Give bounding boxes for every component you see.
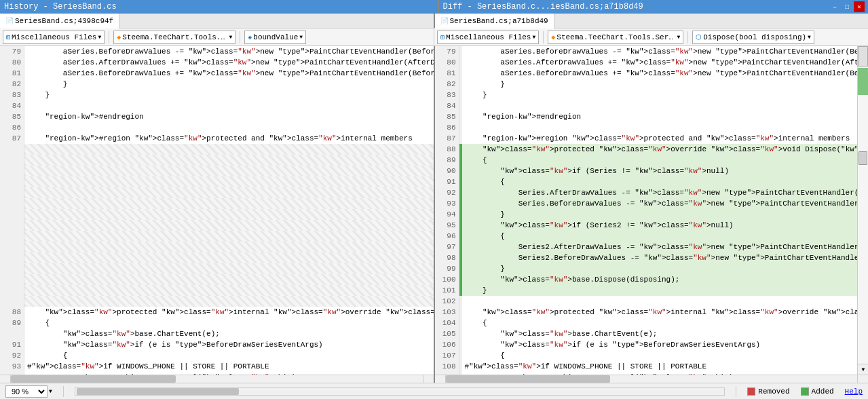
right-files-dropdown[interactable]: ⊞ Miscellaneous Files ▼	[437, 31, 539, 44]
right-method-dropdown[interactable]: ◆ Steema.TeeChart.Tools.SeriesBandTo... …	[548, 31, 683, 44]
right-hscroll[interactable]	[435, 375, 869, 383]
right-code-line: "region-kw">#region "kw">class="kw">prot…	[462, 133, 858, 144]
right-code-line: aSeries.BeforeDrawValues -= "kw">class="…	[462, 46, 858, 57]
zoom-select[interactable]: 90 % 100 %	[5, 385, 48, 398]
help-link[interactable]: Help	[845, 387, 863, 396]
left-files-dropdown[interactable]: ⊞ Miscellaneous Files ▼	[3, 31, 105, 44]
right-code-line: "kw">class="kw">protected "kw">class="kw…	[462, 307, 858, 318]
zoom-arrow: ▼	[49, 388, 52, 394]
right-code-line: {	[462, 176, 858, 187]
left-code-line: aSeries.BeforeDrawValues -= "kw">class="…	[24, 46, 434, 57]
right-tab[interactable]: 📄 SeriesBand.cs;a71b8d49	[435, 14, 554, 28]
minimize-button[interactable]: –	[829, 1, 840, 12]
left-code-line: }	[24, 79, 434, 90]
right-code-line: Series.BeforeDrawValues -= "kw">class="k…	[462, 198, 858, 209]
right-pane: 7980818283848586878889909192939495969798…	[435, 46, 869, 383]
left-hscroll[interactable]	[0, 375, 434, 383]
right-code-line: #"kw">class="kw">if WINDOWS_PHONE || STO…	[462, 361, 858, 372]
left-tab[interactable]: 📄 SeriesBand.cs;4398c94f	[0, 14, 119, 28]
right-code-line: {	[462, 155, 858, 166]
right-function-dropdown[interactable]: ⬡ Dispose(bool disposing) ▼	[692, 31, 814, 44]
right-title-bar: Diff - SeriesBand.c...iesBand.cs;a71b8d4…	[439, 0, 869, 14]
right-code-line: Series2.BeforeDrawValues -= "kw">class="…	[462, 252, 858, 263]
right-code-line	[462, 100, 858, 111]
left-code-line: "region-kw">#endregion	[24, 111, 434, 122]
toolbar-sep-3	[543, 31, 544, 43]
right-code-line: }	[462, 79, 858, 90]
left-code-line	[24, 285, 434, 296]
right-code-line: Series2.AfterDrawValues -= "kw">class="k…	[462, 242, 858, 252]
left-title-bar: History - SeriesBand.cs	[0, 0, 439, 14]
right-code-line: "kw">class="kw">if (Series != "kw">class…	[462, 166, 858, 176]
right-code-line: "kw">class="kw">base.Dispose(disposing);	[462, 274, 858, 285]
left-code-line	[24, 122, 434, 133]
header-top: History - SeriesBand.cs Diff - SeriesBan…	[0, 0, 868, 14]
right-code-line: }	[462, 263, 858, 274]
right-code-line: aSeries.BeforeDrawValues += "kw">class="…	[462, 68, 858, 79]
left-code-content[interactable]: aSeries.BeforeDrawValues -= "kw">class="…	[24, 46, 434, 375]
toolbar-sep-1	[109, 31, 109, 43]
right-code-line: "kw">class="kw">protected "kw">class="kw…	[462, 144, 858, 155]
left-code-line: {	[24, 318, 434, 328]
left-code-line	[24, 252, 434, 263]
left-code-line	[24, 144, 434, 155]
removed-legend: Removed	[747, 387, 789, 396]
window-controls: – □ ✕	[829, 1, 868, 12]
left-code-line: #"kw">class="kw">if WINDOWS_PHONE || STO…	[24, 361, 434, 372]
toolbar-sep-4	[687, 31, 688, 43]
right-code-line: "kw">class="kw">base.ChartEvent(e);	[462, 328, 858, 339]
left-code-line	[24, 176, 434, 187]
right-toolbar: ⊞ Miscellaneous Files ▼ ◆ Steema.TeeChar…	[434, 28, 868, 45]
added-legend-box	[801, 387, 809, 396]
right-code-line	[462, 122, 858, 133]
left-toolbar: ⊞ Miscellaneous Files ▼ ◆ Steema.TeeChar…	[0, 28, 434, 45]
left-code-line: "region-kw">#region "kw">class="kw">prot…	[24, 133, 434, 144]
status-sep	[63, 386, 64, 397]
right-panel-title: Diff - SeriesBand.c...iesBand.cs;a71b8d4…	[439, 2, 829, 12]
zoom-control[interactable]: 90 % 100 % ▼	[5, 385, 52, 398]
right-code-line: "region-kw">#endregion	[462, 111, 858, 122]
left-panel-title: History - SeriesBand.cs	[4, 2, 117, 12]
left-pane: 798081828384858687888991929395 aSeries.B…	[0, 46, 435, 383]
left-code-line: {	[24, 350, 434, 361]
right-code-content[interactable]: aSeries.BeforeDrawValues -= "kw">class="…	[462, 46, 858, 375]
right-code-line: Series.AfterDrawValues -= "kw">class="kw…	[462, 187, 858, 198]
left-method-dropdown[interactable]: ◆ Steema.TeeChart.Tools.SeriesI... ▼	[113, 31, 235, 44]
left-code-line: aSeries.BeforeDrawValues += "kw">class="…	[24, 68, 434, 79]
overview-scrollbar[interactable]: ▼	[857, 46, 868, 375]
left-code-line	[24, 220, 434, 231]
right-line-numbers: 7980818283848586878889909192939495969798…	[435, 46, 459, 375]
left-code-line	[24, 166, 434, 176]
toolbar-row: ⊞ Miscellaneous Files ▼ ◆ Steema.TeeChar…	[0, 28, 868, 46]
left-code-line	[24, 198, 434, 209]
left-code-line: "kw">class="kw">if (e is "type">BeforeDr…	[24, 339, 434, 350]
right-code-line: {	[462, 318, 858, 328]
main-content: 798081828384858687888991929395 aSeries.B…	[0, 46, 868, 383]
left-code-line: aSeries.AfterDrawValues += "kw">class="k…	[24, 57, 434, 68]
left-code-line	[24, 263, 434, 274]
left-code-line	[24, 100, 434, 111]
right-code-line: "kw">class="kw">if (e is "type">BeforeDr…	[462, 339, 858, 350]
toolbar-sep-2	[240, 31, 240, 43]
right-code-line: {	[462, 231, 858, 242]
removed-legend-box	[747, 387, 755, 396]
left-code-line: "kw">class="kw">protected "kw">class="kw…	[24, 307, 434, 318]
maximize-button[interactable]: □	[842, 1, 852, 12]
left-code-line	[24, 155, 434, 166]
right-code-line: }	[462, 285, 858, 296]
left-code-line: "kw">class="kw">base.ChartEvent(e);	[24, 328, 434, 339]
scroll-down-btn[interactable]: ▼	[858, 364, 868, 375]
left-code-line	[24, 242, 434, 252]
left-code-line	[24, 209, 434, 220]
right-code-line: }	[462, 90, 858, 100]
added-legend: Added	[801, 387, 834, 396]
left-line-numbers: 798081828384858687888991929395	[0, 46, 24, 375]
right-code-line: aSeries.AfterDrawValues += "kw">class="k…	[462, 57, 858, 68]
close-button[interactable]: ✕	[854, 1, 865, 12]
left-code-line	[24, 187, 434, 198]
right-code-line: }	[462, 209, 858, 220]
right-code-line	[462, 296, 858, 307]
left-field-dropdown[interactable]: ◈ boundValue ▼	[244, 31, 306, 44]
main-hscroll[interactable]	[75, 387, 725, 396]
left-code-line: }	[24, 90, 434, 100]
